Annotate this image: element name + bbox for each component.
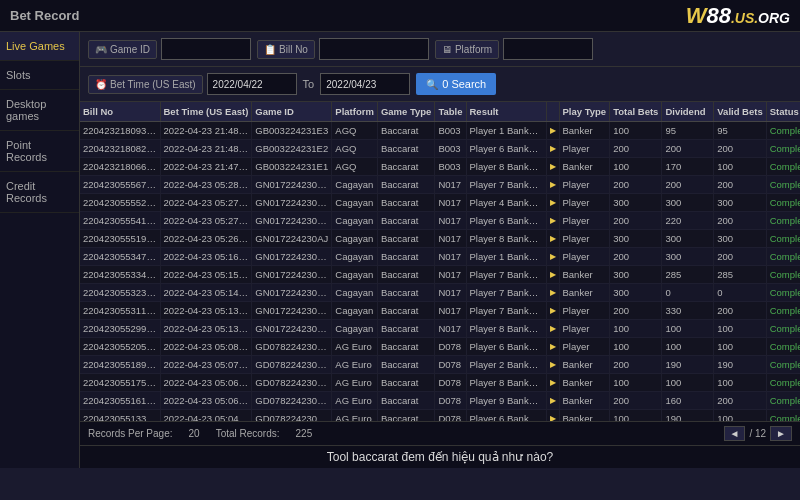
cell-game-type: Baccarat (377, 158, 435, 176)
date-to-input[interactable]: 2022/04/23 (320, 73, 410, 95)
cell-dividend: 190 (662, 410, 714, 422)
cell-platform: Cagayan (332, 302, 378, 320)
cell-play-icon: ▶ (546, 230, 559, 248)
platform-icon: 🖥 (442, 44, 452, 55)
cell-bet-time: 2022-04-23 05:04:19 (160, 410, 252, 422)
cell-play-icon: ▶ (546, 374, 559, 392)
col-bill-no: Bill No (80, 102, 160, 122)
sidebar-item-credit-records[interactable]: Credit Records (0, 172, 79, 213)
cell-total-bets: 200 (610, 140, 662, 158)
cell-dividend: 170 (662, 158, 714, 176)
cell-play-type: Player (559, 338, 610, 356)
cell-game-id: GB003224231E1 (252, 158, 332, 176)
cell-valid-bets: 0 (714, 284, 766, 302)
content-area: 🎮 Game ID 📋 Bill No 🖥 Platform (80, 32, 800, 468)
sidebar-item-live-games[interactable]: Live Games (0, 32, 79, 61)
table-row: 220423055541756 2022-04-23 05:27:20 GN01… (80, 212, 800, 230)
cell-result: Player 8 Banker 3 (466, 158, 546, 176)
date-from-input[interactable]: 2022/04/22 (207, 73, 297, 95)
col-play-type: Play Type (559, 102, 610, 122)
cell-game-type: Baccarat (377, 410, 435, 422)
page-prev-button[interactable]: ◄ (724, 426, 746, 441)
data-table-container: Bill No Bet Time (US East) Game ID Platf… (80, 102, 800, 421)
cell-platform: AG Euro (332, 338, 378, 356)
cell-bet-time: 2022-04-23 05:27:20 (160, 212, 252, 230)
table-row: 220423055519743 2022-04-23 05:26:07 GN01… (80, 230, 800, 248)
sidebar-item-slots[interactable]: Slots (0, 61, 79, 90)
cell-table: N017 (435, 230, 466, 248)
cell-platform: AG Euro (332, 410, 378, 422)
cell-bet-time: 2022-04-23 05:26:07 (160, 230, 252, 248)
col-play-icon (546, 102, 559, 122)
table-body: 220423218093106 2022-04-23 21:48:59 GB00… (80, 122, 800, 422)
cell-dividend: 160 (662, 392, 714, 410)
platform-input[interactable] (503, 38, 593, 60)
cell-bet-time: 2022-04-23 05:28:46 (160, 176, 252, 194)
cell-bet-time: 2022-04-23 05:06:36 (160, 374, 252, 392)
logo-us-text: US (735, 10, 754, 26)
clock-icon: ⏰ (95, 79, 107, 90)
cell-result: Player 8 Banker 1 (466, 320, 546, 338)
cell-platform: Cagayan (332, 230, 378, 248)
cell-result: Player 7 Banker 8 (466, 266, 546, 284)
game-id-input[interactable] (161, 38, 251, 60)
cell-game-type: Baccarat (377, 266, 435, 284)
cell-total-bets: 100 (610, 338, 662, 356)
cell-valid-bets: 300 (714, 194, 766, 212)
cell-game-type: Baccarat (377, 194, 435, 212)
cell-bet-time: 2022-04-23 05:06:16 (160, 392, 252, 410)
cell-total-bets: 200 (610, 356, 662, 374)
cell-result: Player 1 Banker 7 (466, 248, 546, 266)
cell-valid-bets: 100 (714, 374, 766, 392)
cell-table: N017 (435, 266, 466, 284)
table-row: 220423055311183 2022-04-23 05:13:59 GN01… (80, 302, 800, 320)
cell-table: D078 (435, 392, 466, 410)
bottom-bar: Records Per Page: 20 Total Records: 225 … (80, 421, 800, 445)
cell-table: N017 (435, 284, 466, 302)
cell-status: Complete (766, 410, 800, 422)
cell-bet-time: 2022-04-23 05:07:23 (160, 356, 252, 374)
cell-dividend: 200 (662, 176, 714, 194)
cell-play-type: Banker (559, 356, 610, 374)
cell-table: D078 (435, 356, 466, 374)
cell-valid-bets: 100 (714, 158, 766, 176)
cell-platform: Cagayan (332, 176, 378, 194)
cell-table: N017 (435, 212, 466, 230)
cell-bill-no: 220423218082602 (80, 140, 160, 158)
table-row: 220423055299631 2022-04-23 05:13:22 GN01… (80, 320, 800, 338)
cell-bill-no: 220423055133090 (80, 410, 160, 422)
cell-game-id: GN017224230AL (252, 194, 332, 212)
table-row: 220423055175281 2022-04-23 05:06:36 GD07… (80, 374, 800, 392)
cell-valid-bets: 285 (714, 266, 766, 284)
cell-game-type: Baccarat (377, 212, 435, 230)
search-button[interactable]: 🔍 0 Search (416, 73, 496, 95)
cell-total-bets: 100 (610, 410, 662, 422)
table-row: 220423218082602 2022-04-23 21:48:15 GB00… (80, 140, 800, 158)
bill-no-input[interactable] (319, 38, 429, 60)
cell-play-icon: ▶ (546, 122, 559, 140)
cell-play-icon: ▶ (546, 140, 559, 158)
cell-dividend: 330 (662, 302, 714, 320)
cell-play-icon: ▶ (546, 338, 559, 356)
cell-bill-no: 220423055189824 (80, 356, 160, 374)
sidebar-item-desktop-games[interactable]: Desktop games (0, 90, 79, 131)
cell-dividend: 95 (662, 122, 714, 140)
cell-bill-no: 220423055311183 (80, 302, 160, 320)
table-row: 220423055205237 2022-04-23 05:08:16 GD07… (80, 338, 800, 356)
logo-88: 88 (706, 3, 730, 28)
cell-result: Player 6 Banker 4 (466, 140, 546, 158)
cell-bill-no: 220423055299631 (80, 320, 160, 338)
page-next-button[interactable]: ► (770, 426, 792, 441)
cell-result: Player 6 Banker 2 (466, 338, 546, 356)
cell-dividend: 100 (662, 338, 714, 356)
cell-bet-time: 2022-04-23 05:13:22 (160, 320, 252, 338)
search-label: 0 Search (442, 78, 486, 90)
bet-time-label: ⏰ Bet Time (US East) (88, 75, 203, 94)
table-header-row: Bill No Bet Time (US East) Game ID Platf… (80, 102, 800, 122)
sidebar-item-point-records[interactable]: Point Records (0, 131, 79, 172)
cell-platform: Cagayan (332, 194, 378, 212)
col-game-id: Game ID (252, 102, 332, 122)
cell-platform: Cagayan (332, 284, 378, 302)
page-title: Bet Record (10, 8, 79, 23)
cell-bill-no: 220423055205237 (80, 338, 160, 356)
